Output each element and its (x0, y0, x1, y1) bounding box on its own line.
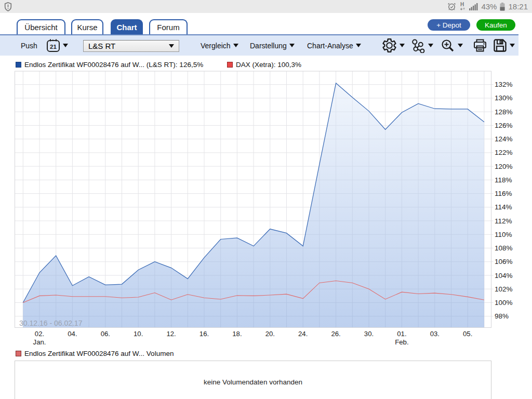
calendar-icon: 21 (46, 38, 60, 52)
svg-text:106%: 106% (495, 258, 513, 265)
chevron-down-icon (233, 44, 238, 47)
menu-vergleich[interactable]: Vergleich (201, 35, 238, 56)
svg-text:126%: 126% (495, 122, 513, 129)
svg-text:104%: 104% (495, 272, 513, 280)
tab-kurse[interactable]: Kurse (71, 19, 103, 34)
menu-darstellung[interactable]: Darstellung (250, 35, 295, 56)
svg-text:02.: 02. (35, 330, 44, 338)
select-arrow-icon (169, 44, 174, 48)
volume-empty-message: keine Volumendaten vorhanden (15, 378, 491, 386)
clock: 18:21 (508, 2, 528, 11)
svg-text:20.: 20. (265, 330, 275, 338)
svg-text:112%: 112% (495, 217, 512, 225)
tab-uebersicht[interactable]: Übersicht (17, 19, 65, 34)
signal-icon (469, 3, 478, 11)
svg-text:21: 21 (50, 44, 57, 50)
svg-text:01.: 01. (397, 330, 406, 338)
svg-text:120%: 120% (495, 163, 513, 170)
chevron-down-icon (289, 44, 295, 47)
buy-button[interactable]: Kaufen (476, 19, 515, 31)
indicators-icon (411, 38, 425, 53)
menu-chart-analyse[interactable]: Chart-Analyse (307, 35, 361, 56)
gear-icon (382, 38, 397, 53)
series-swatch-dax (227, 62, 233, 68)
period-picker[interactable]: 21 (46, 35, 68, 56)
volume-legend-label: Endlos Zertifikat WF00028476 auf W... Vo… (24, 350, 174, 357)
svg-text:116%: 116% (495, 190, 512, 197)
save-icon (493, 38, 507, 52)
push-label: Push (21, 35, 37, 56)
svg-text:122%: 122% (495, 149, 513, 156)
hspa-network-icon: H (459, 2, 466, 11)
svg-text:108%: 108% (495, 244, 513, 252)
svg-text:102%: 102% (495, 285, 513, 293)
svg-text:H: H (460, 2, 464, 7)
zoom-button[interactable] (441, 35, 463, 56)
alarm-icon (447, 2, 456, 11)
svg-text:06.: 06. (101, 330, 110, 338)
svg-text:98%: 98% (495, 312, 509, 320)
add-depot-button[interactable]: + Depot (428, 19, 470, 31)
svg-text:10.: 10. (134, 330, 143, 338)
chevron-down-icon (458, 44, 463, 47)
price-chart[interactable]: 30.12.16 - 06.02.1798%100%102%104%106%10… (0, 68, 525, 351)
chevron-down-icon (510, 44, 515, 47)
svg-text:30.: 30. (364, 330, 374, 338)
volume-swatch (16, 351, 21, 356)
svg-text:118%: 118% (495, 176, 512, 184)
svg-text:16.: 16. (200, 330, 209, 338)
settings-button[interactable] (382, 35, 405, 56)
svg-text:Jan.: Jan. (33, 338, 46, 346)
status-bar: H 43% 18:21 (0, 0, 532, 13)
svg-text:100%: 100% (495, 299, 513, 307)
svg-text:Feb.: Feb. (395, 338, 408, 346)
tab-forum[interactable]: Forum (149, 19, 188, 34)
battery-percent: 43% (481, 2, 497, 11)
volume-panel: keine Volumendaten vorhanden (15, 361, 491, 399)
svg-text:128%: 128% (495, 108, 513, 116)
save-button[interactable] (493, 35, 515, 56)
svg-text:05.: 05. (463, 330, 472, 338)
chevron-down-icon (356, 44, 361, 47)
svg-text:130%: 130% (495, 94, 513, 102)
volume-legend: Endlos Zertifikat WF00028476 auf W... Vo… (16, 350, 174, 357)
svg-text:30.12.16 - 06.02.17: 30.12.16 - 06.02.17 (19, 319, 83, 327)
zoom-in-icon (441, 38, 455, 53)
battery-icon (500, 3, 505, 11)
printer-icon (473, 38, 487, 52)
series-swatch-lsrt (16, 62, 21, 68)
svg-text:24.: 24. (298, 330, 308, 338)
svg-text:26.: 26. (331, 330, 340, 338)
chevron-down-icon (428, 44, 433, 47)
exchange-select[interactable]: L&S RT (83, 40, 179, 52)
svg-text:03.: 03. (430, 330, 440, 338)
indicators-button[interactable] (411, 35, 433, 56)
print-button[interactable] (473, 35, 487, 56)
chevron-down-icon (400, 44, 405, 47)
chart-toolbar: Push 21 L&S RT Vergleich Darstellung Cha… (0, 35, 518, 56)
svg-text:12.: 12. (166, 330, 176, 338)
svg-text:04.: 04. (68, 330, 77, 338)
svg-text:132%: 132% (495, 81, 513, 88)
tab-chart[interactable]: Chart (111, 19, 143, 34)
svg-text:18.: 18. (232, 330, 242, 338)
svg-text:124%: 124% (495, 135, 513, 143)
shield-alert-icon (4, 2, 12, 14)
chevron-down-icon (63, 44, 68, 47)
svg-text:110%: 110% (495, 231, 512, 238)
svg-text:114%: 114% (495, 203, 512, 211)
